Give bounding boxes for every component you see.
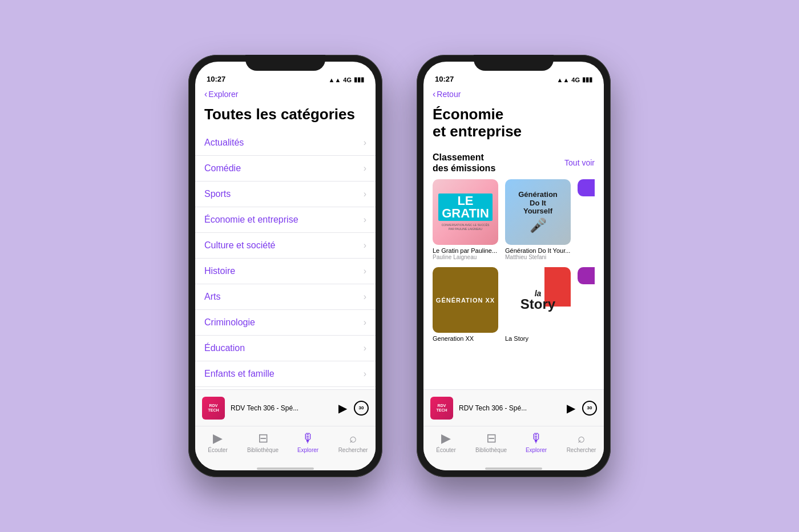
home-indicator-left xyxy=(195,467,376,470)
tab-rechercher-left[interactable]: ⌕ Rechercher xyxy=(330,431,376,453)
explorer-icon-left: 🎙 xyxy=(302,431,314,446)
skip-button-right[interactable]: 30 xyxy=(582,401,597,416)
podcast-card-genxx[interactable]: GÉNÉRATION XX Generation XX xyxy=(433,267,498,342)
tab-bar-left: ▶ Écouter ⊟ Bibliothèque 🎙 Explorer ⌕ Re… xyxy=(195,426,376,467)
list-item-actualites[interactable]: Actualités › xyxy=(195,130,376,156)
bibliotheque-icon-left: ⊟ xyxy=(258,431,268,446)
explorer-icon-right: 🎙 xyxy=(530,431,543,446)
see-all-button[interactable]: Tout voir xyxy=(564,158,595,167)
page-title-right: Économieet entreprise xyxy=(423,104,604,147)
list-item-enfants[interactable]: Enfants et famille › xyxy=(195,361,376,387)
back-label-left: Explorer xyxy=(208,90,238,99)
status-icons-left: ▲▲ 4G ▮▮▮ xyxy=(329,76,364,83)
left-phone: 10:27 ▲▲ 4G ▮▮▮ ‹ Explorer Toutes les ca… xyxy=(188,55,382,477)
network-right: 4G xyxy=(571,76,580,83)
section-row-right: Classementdes émissions Tout voir xyxy=(423,147,604,179)
notch xyxy=(245,55,325,71)
tab-ecouter-left[interactable]: ▶ Écouter xyxy=(195,431,240,453)
back-button-right[interactable]: ‹ Retour xyxy=(433,89,595,99)
ecouter-label-right: Écouter xyxy=(436,447,455,453)
list-item-comedie[interactable]: Comédie › xyxy=(195,156,376,182)
list-item-culture[interactable]: Culture et société › xyxy=(195,233,376,259)
battery-right: ▮▮▮ xyxy=(582,76,592,83)
back-chevron-left: ‹ xyxy=(204,89,207,99)
status-time-right: 10:27 xyxy=(435,75,454,83)
podcast-card-generation[interactable]: GénérationDo ItYourself 🎤 Génération Do … xyxy=(505,179,571,260)
podcast-card-partial-2 xyxy=(578,267,595,342)
podcast-art-partial-2 xyxy=(578,267,595,284)
categories-list: Actualités › Comédie › Sports › Économie… xyxy=(195,130,376,389)
rechercher-label-right: Rechercher xyxy=(567,447,596,453)
back-button-left[interactable]: ‹ Explorer xyxy=(204,89,366,99)
back-chevron-right: ‹ xyxy=(433,89,435,99)
podcast-art-partial-1 xyxy=(578,179,595,196)
page-title-left: Toutes les catégories xyxy=(195,104,376,130)
status-icons-right: ▲▲ 4G ▮▮▮ xyxy=(557,76,592,83)
nav-bar-right: ‹ Retour xyxy=(423,87,604,104)
now-playing-title-left: RDV Tech 306 - Spé... xyxy=(231,404,333,412)
now-playing-info-left: RDV Tech 306 - Spé... xyxy=(231,404,333,412)
explorer-label-left: Explorer xyxy=(297,447,318,453)
list-item-criminologie[interactable]: Criminologie › xyxy=(195,310,376,336)
podcast-name-gratin: Le Gratin par Pauline... xyxy=(433,247,498,254)
podcast-art-generation: GénérationDo ItYourself 🎤 xyxy=(505,179,571,245)
podcast-name-story: La Story xyxy=(505,335,571,342)
rechercher-icon-right: ⌕ xyxy=(578,431,585,446)
skip-button-left[interactable]: 30 xyxy=(354,401,369,416)
status-time-left: 10:27 xyxy=(207,75,225,83)
explorer-label-right: Explorer xyxy=(526,447,547,453)
network-left: 4G xyxy=(343,76,352,83)
list-item-histoire[interactable]: Histoire › xyxy=(195,259,376,284)
now-playing-title-right: RDV Tech 306 - Spé... xyxy=(459,404,561,412)
podcasts-grid: LEGRATIN CONVERSATION AVEC LE SUCCÈSPAR … xyxy=(423,179,604,389)
ecouter-label-left: Écouter xyxy=(208,447,227,453)
now-playing-controls-right: ▶ 30 xyxy=(567,401,597,416)
now-playing-controls-left: ▶ 30 xyxy=(338,401,369,416)
tab-ecouter-right[interactable]: ▶ Écouter xyxy=(423,431,469,453)
section-title-right: Classementdes émissions xyxy=(433,152,495,174)
podcast-name-genxx: Generation XX xyxy=(433,335,498,342)
notch-right xyxy=(474,55,554,71)
now-playing-right[interactable]: RDVTECH RDV Tech 306 - Spé... ▶ 30 xyxy=(423,389,604,426)
back-label-right: Retour xyxy=(437,90,461,99)
podcast-author-gratin: Pauline Laigneau xyxy=(433,254,498,260)
now-playing-art-left: RDVTECH xyxy=(202,397,225,420)
play-button-right[interactable]: ▶ xyxy=(567,401,575,415)
podcast-art-gratin: LEGRATIN CONVERSATION AVEC LE SUCCÈSPAR … xyxy=(433,179,498,245)
now-playing-info-right: RDV Tech 306 - Spé... xyxy=(459,404,561,412)
bibliotheque-label-left: Bibliothèque xyxy=(247,447,279,453)
list-item-sports[interactable]: Sports › xyxy=(195,182,376,207)
podcast-card-partial-1 xyxy=(578,179,595,260)
podcast-card-gratin[interactable]: LEGRATIN CONVERSATION AVEC LE SUCCÈSPAR … xyxy=(433,179,498,260)
ecouter-icon-right: ▶ xyxy=(441,431,451,446)
tab-explorer-left[interactable]: 🎙 Explorer xyxy=(285,431,330,453)
bibliotheque-icon-right: ⊟ xyxy=(486,431,497,446)
tab-bibliotheque-right[interactable]: ⊟ Bibliothèque xyxy=(469,431,514,453)
right-phone: 10:27 ▲▲ 4G ▮▮▮ ‹ Retour Économieet entr… xyxy=(417,55,611,477)
ecouter-icon-left: ▶ xyxy=(213,431,223,446)
podcast-author-generation: Matthieu Stefani xyxy=(505,254,571,260)
podcast-art-story: la Story xyxy=(505,267,571,333)
home-indicator-right xyxy=(423,467,604,470)
podcast-art-genxx: GÉNÉRATION XX xyxy=(433,267,498,333)
now-playing-art-right: RDVTECH xyxy=(430,397,453,420)
tab-rechercher-right[interactable]: ⌕ Rechercher xyxy=(559,431,604,453)
now-playing-left[interactable]: RDVTECH RDV Tech 306 - Spé... ▶ 30 xyxy=(195,389,376,426)
battery-left: ▮▮▮ xyxy=(354,76,364,83)
rechercher-label-left: Rechercher xyxy=(338,447,368,453)
signal-icon-left: ▲▲ xyxy=(329,76,341,83)
podcast-row-2: GÉNÉRATION XX Generation XX la Story xyxy=(433,267,595,342)
podcast-card-story[interactable]: la Story La Story xyxy=(505,267,571,342)
play-button-left[interactable]: ▶ xyxy=(338,401,347,415)
tab-bar-right: ▶ Écouter ⊟ Bibliothèque 🎙 Explorer ⌕ Re… xyxy=(423,426,604,467)
list-item-arts[interactable]: Arts › xyxy=(195,284,376,310)
nav-bar-left: ‹ Explorer xyxy=(195,87,376,104)
list-item-economie[interactable]: Économie et entreprise › xyxy=(195,207,376,233)
signal-icon-right: ▲▲ xyxy=(557,76,570,83)
tab-bibliotheque-left[interactable]: ⊟ Bibliothèque xyxy=(240,431,285,453)
podcast-row-1: LEGRATIN CONVERSATION AVEC LE SUCCÈSPAR … xyxy=(433,179,595,260)
rechercher-icon-left: ⌕ xyxy=(349,431,357,446)
list-item-education[interactable]: Éducation › xyxy=(195,336,376,361)
bibliotheque-label-right: Bibliothèque xyxy=(475,447,507,453)
tab-explorer-right[interactable]: 🎙 Explorer xyxy=(514,431,559,453)
